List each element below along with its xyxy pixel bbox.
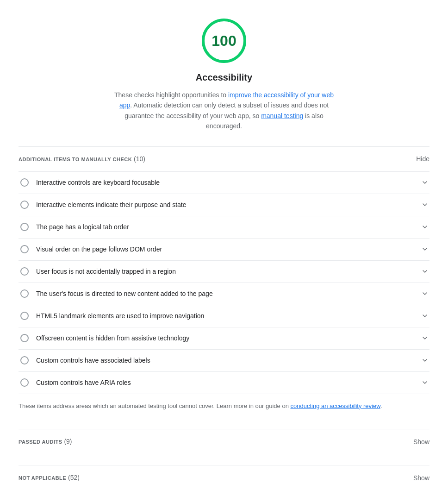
checklist-item-0[interactable]: Interactive controls are keyboard focusa…: [19, 172, 429, 194]
checklist-item-1[interactable]: Interactive elements indicate their purp…: [19, 194, 429, 216]
chevron-down-icon-6: [420, 311, 429, 320]
passed-audits-section: PASSED AUDITS (9) Show: [19, 429, 429, 454]
chevron-down-icon-8: [420, 356, 429, 365]
passed-audits-label-group: PASSED AUDITS (9): [19, 437, 72, 446]
score-value: 100: [212, 30, 236, 52]
score-section: 100 Accessibility These checks highlight…: [19, 19, 429, 132]
not-applicable-label: NOT APPLICABLE: [19, 475, 66, 481]
additional-items-label-group: ADDITIONAL ITEMS TO MANUALLY CHECK (10): [19, 154, 145, 164]
checklist: Interactive controls are keyboard focusa…: [19, 171, 429, 394]
accessibility-review-link[interactable]: conducting an accessibility review: [291, 402, 380, 409]
hide-button[interactable]: Hide: [416, 155, 429, 163]
checklist-item-8[interactable]: Custom controls have associated labels: [19, 350, 429, 372]
additional-items-label: ADDITIONAL ITEMS TO MANUALLY CHECK: [19, 157, 132, 162]
additional-items-section: ADDITIONAL ITEMS TO MANUALLY CHECK (10) …: [19, 146, 429, 418]
checklist-item-2[interactable]: The page has a logical tab order: [19, 216, 429, 239]
item-circle-6: [20, 312, 29, 320]
chevron-down-icon-7: [420, 333, 429, 343]
item-text-9: Custom controls have ARIA roles: [36, 378, 420, 388]
footer-suffix: .: [380, 402, 382, 409]
item-circle-8: [20, 356, 29, 364]
item-circle-5: [20, 289, 29, 298]
not-applicable-header: NOT APPLICABLE (52) Show: [19, 465, 429, 490]
item-text-3: Visual order on the page follows DOM ord…: [36, 245, 420, 254]
item-circle-2: [20, 223, 29, 231]
passed-audits-header: PASSED AUDITS (9) Show: [19, 429, 429, 454]
chevron-down-icon-2: [420, 222, 429, 232]
show-not-applicable-button[interactable]: Show: [413, 474, 429, 482]
not-applicable-label-group: NOT APPLICABLE (52): [19, 473, 80, 483]
checklist-item-3[interactable]: Visual order on the page follows DOM ord…: [19, 239, 429, 261]
item-circle-7: [20, 334, 29, 342]
item-text-4: User focus is not accidentally trapped i…: [36, 267, 420, 276]
chevron-down-icon-0: [420, 178, 429, 187]
chevron-down-icon-4: [420, 267, 429, 276]
manual-testing-link[interactable]: manual testing: [261, 112, 303, 119]
item-text-2: The page has a logical tab order: [36, 222, 420, 232]
item-circle-1: [20, 201, 29, 209]
not-applicable-count: (52): [68, 474, 80, 481]
score-description: These checks highlight opportunities to …: [113, 90, 335, 132]
checklist-item-9[interactable]: Custom controls have ARIA roles: [19, 372, 429, 394]
item-text-7: Offscreen content is hidden from assisti…: [36, 333, 420, 343]
item-text-8: Custom controls have associated labels: [36, 356, 420, 365]
item-circle-9: [20, 378, 29, 387]
footer-prefix: These items address areas which an autom…: [19, 402, 291, 409]
chevron-down-icon-5: [420, 289, 429, 298]
not-applicable-section: NOT APPLICABLE (52) Show: [19, 465, 429, 490]
checklist-item-4[interactable]: User focus is not accidentally trapped i…: [19, 261, 429, 283]
chevron-down-icon-9: [420, 378, 429, 387]
footer-note: These items address areas which an autom…: [19, 394, 429, 418]
additional-items-header: ADDITIONAL ITEMS TO MANUALLY CHECK (10) …: [19, 147, 429, 171]
checklist-item-5[interactable]: The user's focus is directed to new cont…: [19, 283, 429, 305]
passed-audits-count: (9): [64, 438, 72, 445]
item-text-6: HTML5 landmark elements are used to impr…: [36, 311, 420, 321]
checklist-item-7[interactable]: Offscreen content is hidden from assisti…: [19, 327, 429, 350]
passed-audits-label: PASSED AUDITS: [19, 439, 62, 445]
chevron-down-icon-1: [420, 200, 429, 209]
score-circle: 100: [202, 19, 246, 63]
checklist-item-6[interactable]: HTML5 landmark elements are used to impr…: [19, 305, 429, 327]
item-text-1: Interactive elements indicate their purp…: [36, 200, 420, 210]
item-text-5: The user's focus is directed to new cont…: [36, 289, 420, 299]
description-prefix: These checks highlight opportunities to: [114, 91, 228, 99]
page-title: Accessibility: [196, 70, 252, 84]
item-circle-4: [20, 267, 29, 276]
chevron-down-icon-3: [420, 245, 429, 254]
show-passed-button[interactable]: Show: [413, 438, 429, 446]
additional-items-count: (10): [134, 155, 145, 163]
item-circle-3: [20, 245, 29, 253]
item-text-0: Interactive controls are keyboard focusa…: [36, 178, 420, 188]
item-circle-0: [20, 178, 29, 187]
